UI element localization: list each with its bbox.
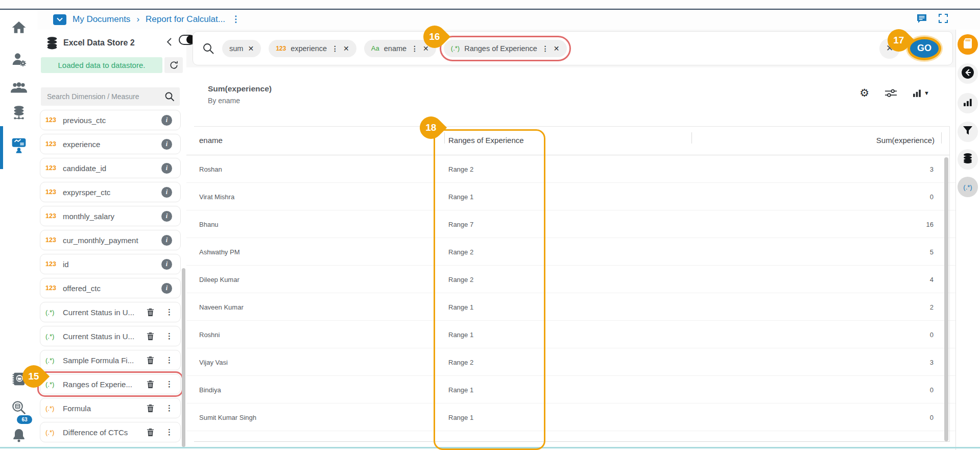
go-button[interactable]: GO xyxy=(907,37,941,60)
field-item[interactable]: 123 cur_monthly_payment i xyxy=(40,230,181,250)
chip-remove-icon[interactable]: ✕ xyxy=(343,44,349,53)
left-nav-rail: 63 xyxy=(0,10,37,450)
trash-icon[interactable] xyxy=(147,404,154,413)
report-designer-nav-button[interactable] xyxy=(0,134,37,158)
column-header-ename[interactable]: ename xyxy=(199,136,223,145)
dimension-search-input[interactable] xyxy=(46,92,164,101)
info-icon[interactable]: i xyxy=(161,283,172,294)
refresh-datastore-button[interactable] xyxy=(164,57,183,73)
table-row: Virat Mishra Range 1 0 xyxy=(186,183,956,210)
column-divider xyxy=(941,132,942,144)
table-bottom-border xyxy=(194,441,950,442)
breadcrumb-root[interactable]: My Documents xyxy=(73,14,130,25)
chart-panel-button[interactable] xyxy=(958,93,978,113)
audit-log-nav-button[interactable] xyxy=(0,368,37,392)
formula-item-ranges-of-experience[interactable]: (.*) Ranges of Experie... ⋮ xyxy=(40,374,181,394)
fullscreen-icon[interactable] xyxy=(939,14,948,23)
clear-query-button[interactable]: ✕ xyxy=(879,38,900,59)
panel-scrollbar[interactable] xyxy=(182,268,185,447)
collapse-panel-icon[interactable] xyxy=(166,37,172,49)
chevron-down-icon: ▼ xyxy=(924,90,929,96)
kebab-menu-icon[interactable]: ⋮ xyxy=(165,428,173,437)
filter-sliders-icon[interactable] xyxy=(885,88,897,98)
table-row: Roshan Range 2 3 xyxy=(186,155,956,183)
formula-item[interactable]: (.*) Current Status in U... ⋮ xyxy=(40,326,181,346)
notification-count-badge: 63 xyxy=(17,415,32,424)
formula-item[interactable]: (.*) Sample Formula Fi... ⋮ xyxy=(40,350,181,370)
table-scrollbar[interactable] xyxy=(944,157,948,441)
chip-menu-icon[interactable]: ⋮ xyxy=(411,44,418,53)
home-nav-button[interactable] xyxy=(0,17,37,40)
home-icon xyxy=(11,19,27,38)
formula-item[interactable]: (.*) Current Status in U... ⋮ xyxy=(40,302,181,322)
info-icon[interactable]: i xyxy=(161,115,172,126)
chip-menu-icon[interactable]: ⋮ xyxy=(542,44,549,53)
info-icon[interactable]: i xyxy=(161,139,172,150)
kebab-menu-icon[interactable]: ⋮ xyxy=(165,307,173,317)
save-report-button[interactable] xyxy=(958,34,978,55)
notifications-nav-button[interactable] xyxy=(0,424,37,448)
trash-icon[interactable] xyxy=(147,332,154,341)
breadcrumb: My Documents › Report for Calculat... ⋮ xyxy=(53,10,240,29)
field-item[interactable]: 123 expyrsper_ctc i xyxy=(40,182,181,202)
column-header-ranges[interactable]: Ranges of Experience xyxy=(448,136,524,145)
kebab-menu-icon[interactable]: ⋮ xyxy=(165,356,173,365)
info-icon[interactable]: i xyxy=(161,211,172,222)
info-icon[interactable]: i xyxy=(161,235,172,246)
main-area: sum ✕ 123 experience ⋮ ✕ Aa ename ⋮ ✕ (.… xyxy=(186,30,956,450)
query-chip-ename[interactable]: Aa ename ⋮ ✕ xyxy=(364,40,436,57)
trash-icon[interactable] xyxy=(147,380,154,389)
report-toolbar: ⚙ ▼ xyxy=(859,88,929,98)
chip-remove-icon[interactable]: ✕ xyxy=(248,44,254,53)
bell-icon xyxy=(11,427,27,445)
report-title: Sum(experience) xyxy=(208,84,272,93)
trash-icon[interactable] xyxy=(147,428,154,437)
query-chip-experience[interactable]: 123 experience ⋮ ✕ xyxy=(269,40,356,57)
info-icon[interactable]: i xyxy=(161,259,172,270)
field-item[interactable]: 123 offered_ctc i xyxy=(40,278,181,298)
chip-remove-icon[interactable]: ✕ xyxy=(423,44,429,53)
user-gear-icon xyxy=(11,51,27,69)
back-button[interactable] xyxy=(958,63,978,84)
datastore-nav-button[interactable] xyxy=(0,103,37,126)
table-row: Bindiya Range 1 0 xyxy=(186,376,956,404)
settings-gear-icon[interactable]: ⚙ xyxy=(859,88,869,98)
users-nav-button[interactable] xyxy=(0,77,37,101)
table-row: Vijay Vasi Range 2 3 xyxy=(186,348,956,376)
numeric-type-icon: 123 xyxy=(45,236,63,244)
info-icon[interactable]: i xyxy=(161,187,172,198)
field-item[interactable]: 123 id i xyxy=(40,254,181,274)
formula-panel-button[interactable]: (.*) xyxy=(958,177,978,197)
formula-item[interactable]: (.*) Difference of CTCs ⋮ xyxy=(40,422,181,442)
kebab-menu-icon[interactable]: ⋮ xyxy=(165,404,173,413)
chip-remove-icon[interactable]: ✕ xyxy=(554,44,560,53)
breadcrumb-separator: › xyxy=(136,14,139,25)
query-chip-sum[interactable]: sum ✕ xyxy=(222,40,261,57)
filter-panel-button[interactable] xyxy=(958,122,978,142)
search-icon[interactable] xyxy=(164,91,175,102)
field-item[interactable]: 123 previous_ctc i xyxy=(40,110,181,130)
breadcrumb-current[interactable]: Report for Calculat... xyxy=(146,14,225,25)
folder-icon[interactable] xyxy=(53,14,66,25)
regex-icon: (.*) xyxy=(963,183,972,191)
kebab-menu-icon[interactable]: ⋮ xyxy=(165,331,173,341)
field-item[interactable]: 123 candidate_id i xyxy=(40,158,181,178)
breadcrumb-kebab-icon[interactable]: ⋮ xyxy=(231,16,240,23)
user-settings-nav-button[interactable] xyxy=(0,49,37,72)
comments-icon[interactable] xyxy=(916,13,927,23)
trash-icon[interactable] xyxy=(147,308,154,317)
chip-menu-icon[interactable]: ⋮ xyxy=(331,44,339,53)
datastore-panel-button[interactable] xyxy=(958,149,978,170)
kebab-menu-icon[interactable]: ⋮ xyxy=(165,380,173,389)
datastore-title: Excel Data Store 2 xyxy=(63,38,135,48)
field-item[interactable]: 123 monthly_salary i xyxy=(40,206,181,226)
trash-icon[interactable] xyxy=(147,356,154,365)
info-icon[interactable]: i xyxy=(161,163,172,174)
field-item[interactable]: 123 experience i xyxy=(40,134,181,154)
datastore-panel-header: Excel Data Store 2 xyxy=(37,30,186,57)
column-header-sum[interactable]: Sum(experience) xyxy=(876,136,935,145)
chart-type-dropdown[interactable]: ▼ xyxy=(913,89,929,98)
numeric-type-icon: 123 xyxy=(45,188,63,196)
query-chip-ranges-of-experience[interactable]: (.*) Ranges of Experience ⋮ ✕ xyxy=(444,40,567,57)
formula-item[interactable]: (.*) Formula ⋮ xyxy=(40,398,181,418)
